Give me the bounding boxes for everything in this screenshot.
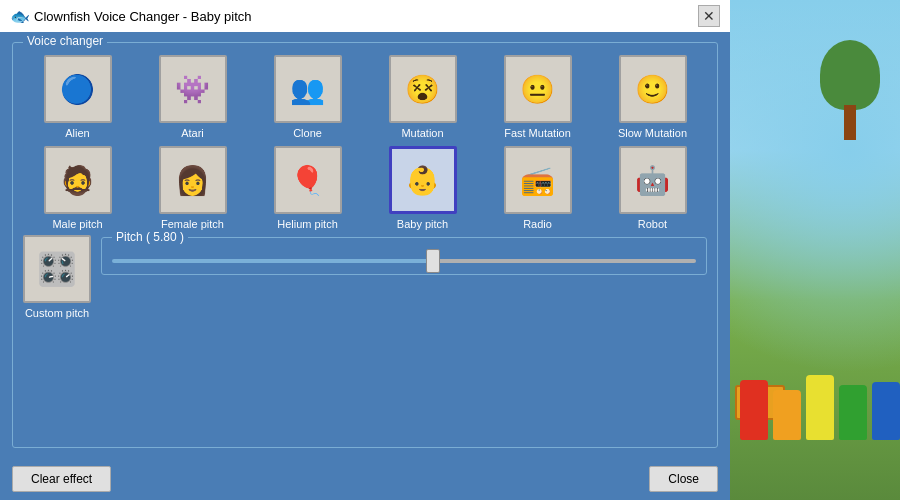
voice-icon-box-female-pitch: 👩 <box>159 146 227 214</box>
voice-icon-box-robot: 🤖 <box>619 146 687 214</box>
voice-changer-group: Voice changer 🔵Alien👾Atari👥Clone😵Mutatio… <box>12 42 718 448</box>
right-panel <box>730 0 900 500</box>
custom-pitch-icon: 🎛️ <box>37 250 77 288</box>
voice-icon-box-helium-pitch: 🎈 <box>274 146 342 214</box>
voice-label-radio: Radio <box>523 218 552 231</box>
tree-trunk <box>844 105 856 140</box>
custom-pitch-icon-box: 🎛️ <box>23 235 91 303</box>
voice-item-male-pitch[interactable]: 🧔Male pitch <box>23 146 132 231</box>
voice-icon-box-atari: 👾 <box>159 55 227 123</box>
voice-label-clone: Clone <box>293 127 322 140</box>
lego-figure-4 <box>839 385 867 440</box>
voice-label-male-pitch: Male pitch <box>52 218 102 231</box>
pitch-slider-group: Pitch ( 5.80 ) <box>101 237 707 275</box>
bottom-row: 🎛️ Custom pitch Pitch ( 5.80 ) <box>23 235 707 320</box>
voice-icons-grid: 🔵Alien👾Atari👥Clone😵Mutation😐Fast Mutatio… <box>23 55 707 231</box>
title-bar: 🐟 Clownfish Voice Changer - Baby pitch ✕ <box>0 0 730 32</box>
voice-item-helium-pitch[interactable]: 🎈Helium pitch <box>253 146 362 231</box>
main-dialog: 🐟 Clownfish Voice Changer - Baby pitch ✕… <box>0 0 730 500</box>
lego-figure-1 <box>740 380 768 440</box>
right-panel-content <box>730 0 900 500</box>
voice-icon-box-radio: 📻 <box>504 146 572 214</box>
voice-item-baby-pitch[interactable]: 👶Baby pitch <box>368 146 477 231</box>
voice-icon-box-clone: 👥 <box>274 55 342 123</box>
dialog-content: Voice changer 🔵Alien👾Atari👥Clone😵Mutatio… <box>0 32 730 458</box>
tree-top <box>820 40 880 110</box>
lego-figure-5 <box>872 382 900 440</box>
voice-changer-label: Voice changer <box>23 34 107 48</box>
dialog-footer: Clear effect Close <box>0 458 730 500</box>
voice-label-helium-pitch: Helium pitch <box>277 218 338 231</box>
close-button[interactable]: Close <box>649 466 718 492</box>
pitch-group-label: Pitch ( 5.80 ) <box>112 230 188 244</box>
voice-icon-box-alien: 🔵 <box>44 55 112 123</box>
voice-icon-box-slow-mutation: 🙂 <box>619 55 687 123</box>
window-title: Clownfish Voice Changer - Baby pitch <box>34 9 252 24</box>
voice-icon-box-fast-mutation: 😐 <box>504 55 572 123</box>
window-close-button[interactable]: ✕ <box>698 5 720 27</box>
voice-item-atari[interactable]: 👾Atari <box>138 55 247 140</box>
voice-label-atari: Atari <box>181 127 204 140</box>
custom-pitch-item[interactable]: 🎛️ Custom pitch <box>23 235 91 320</box>
voice-item-female-pitch[interactable]: 👩Female pitch <box>138 146 247 231</box>
voice-icon-box-mutation: 😵 <box>389 55 457 123</box>
title-bar-left: 🐟 Clownfish Voice Changer - Baby pitch <box>10 7 252 25</box>
voice-label-mutation: Mutation <box>401 127 443 140</box>
voice-item-clone[interactable]: 👥Clone <box>253 55 362 140</box>
voice-label-baby-pitch: Baby pitch <box>397 218 448 231</box>
app-icon: 🐟 <box>10 7 28 25</box>
lego-figure-3 <box>806 375 834 440</box>
voice-item-robot[interactable]: 🤖Robot <box>598 146 707 231</box>
voice-icon-box-baby-pitch: 👶 <box>389 146 457 214</box>
voice-icon-box-male-pitch: 🧔 <box>44 146 112 214</box>
voice-label-alien: Alien <box>65 127 89 140</box>
lego-figures-area <box>740 320 890 440</box>
voice-item-radio[interactable]: 📻Radio <box>483 146 592 231</box>
pitch-slider-container <box>112 252 696 266</box>
lego-figure-2 <box>773 390 801 440</box>
tree-decoration <box>820 40 880 140</box>
voice-item-slow-mutation[interactable]: 🙂Slow Mutation <box>598 55 707 140</box>
voice-item-fast-mutation[interactable]: 😐Fast Mutation <box>483 55 592 140</box>
custom-pitch-label: Custom pitch <box>25 307 89 320</box>
voice-label-robot: Robot <box>638 218 667 231</box>
clear-effect-button[interactable]: Clear effect <box>12 466 111 492</box>
voice-label-slow-mutation: Slow Mutation <box>618 127 687 140</box>
voice-label-fast-mutation: Fast Mutation <box>504 127 571 140</box>
pitch-slider[interactable] <box>112 259 696 263</box>
voice-item-alien[interactable]: 🔵Alien <box>23 55 132 140</box>
voice-item-mutation[interactable]: 😵Mutation <box>368 55 477 140</box>
